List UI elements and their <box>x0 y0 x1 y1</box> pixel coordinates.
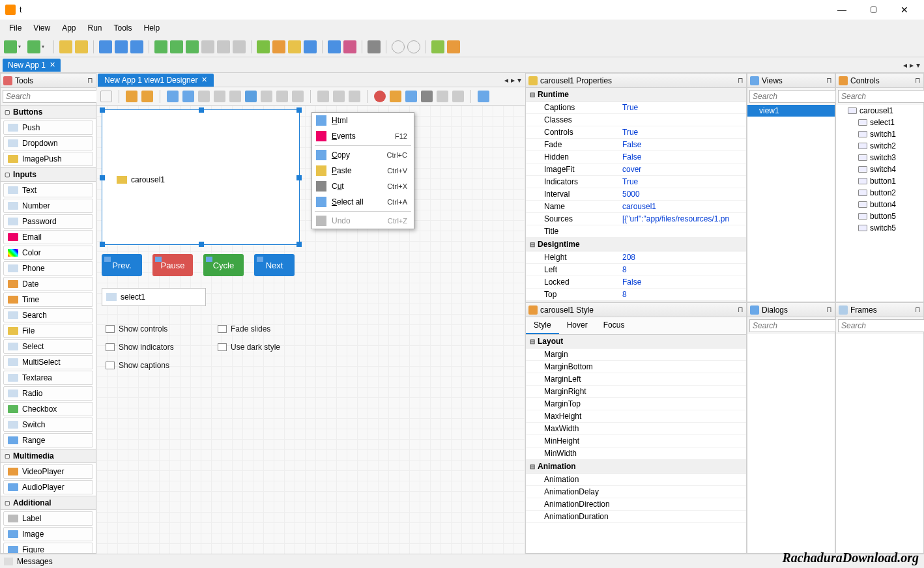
property-row[interactable]: Classes <box>526 114 746 126</box>
context-menu-item[interactable]: EventsF12 <box>312 128 414 144</box>
style-row[interactable]: MarginTop <box>526 398 746 410</box>
settings-icon[interactable] <box>368 40 381 53</box>
property-row[interactable]: Left8 <box>526 264 746 276</box>
style-row[interactable]: MarginLeft <box>526 373 746 386</box>
grid-icon[interactable] <box>478 91 489 102</box>
tab-next-icon[interactable]: ▸ <box>910 61 914 70</box>
property-row[interactable]: Top8 <box>526 289 746 301</box>
properties-body[interactable]: RuntimeCaptionsTrueClassesControlsTrueFa… <box>526 88 746 302</box>
tool-item[interactable]: VideoPlayer <box>3 464 93 479</box>
delete-icon[interactable] <box>374 91 386 102</box>
property-value[interactable]: True <box>622 177 638 186</box>
property-value[interactable]: True <box>622 103 638 112</box>
globe-icon[interactable] <box>328 40 341 53</box>
property-value[interactable]: carousel1 <box>622 202 656 211</box>
designer-tab[interactable]: New App 1 view1 Designer ✕ <box>98 74 214 87</box>
property-row[interactable]: IndicatorsTrue <box>526 176 746 188</box>
controls-search-input[interactable] <box>838 90 924 103</box>
tool-item[interactable]: Color <box>3 246 93 260</box>
tab-menu-icon[interactable]: ▾ <box>916 61 920 70</box>
tool-item[interactable]: Image <box>3 527 93 541</box>
menu-file[interactable]: File <box>4 21 27 35</box>
tree-item[interactable]: switch3 <box>836 152 923 163</box>
property-row[interactable]: LockedFalse <box>526 276 746 289</box>
tool-item[interactable]: Radio <box>3 386 93 401</box>
tree-item-view1[interactable]: view1 <box>747 105 835 117</box>
save-as-icon[interactable] <box>130 40 143 53</box>
tool-item[interactable]: Dropdown <box>3 136 93 150</box>
app-tab[interactable]: New App 1 ✕ <box>3 59 61 72</box>
select-widget[interactable]: select1 <box>102 288 206 306</box>
tool-item[interactable]: Email <box>3 230 93 244</box>
tool-item[interactable]: Time <box>3 292 93 307</box>
property-row[interactable]: CaptionsTrue <box>526 102 746 114</box>
canvas-button[interactable]: Cycle <box>203 254 244 276</box>
cut-icon[interactable] <box>421 91 433 102</box>
context-menu-item[interactable]: CopyCtrl+C <box>312 147 414 163</box>
property-row[interactable]: HiddenFalse <box>526 151 746 163</box>
align1-icon[interactable] <box>198 91 210 102</box>
context-menu-item[interactable]: Html <box>312 113 414 128</box>
property-row[interactable]: Title <box>526 225 746 238</box>
dialogs-search-input[interactable] <box>749 319 837 332</box>
copy-icon[interactable] <box>167 91 179 102</box>
property-row[interactable]: Namecarousel1 <box>526 201 746 213</box>
style-group[interactable]: Animation <box>526 460 746 474</box>
align2-icon[interactable] <box>214 91 225 102</box>
canvas-button[interactable]: Next <box>254 254 295 276</box>
build-icon[interactable] <box>272 40 285 53</box>
property-row[interactable]: Interval5000 <box>526 188 746 201</box>
style-row[interactable]: MaxHeight <box>526 410 746 423</box>
tool-item[interactable]: Date <box>3 277 93 291</box>
style-row[interactable]: Margin <box>526 348 746 361</box>
minimize-button[interactable]: — <box>833 5 851 15</box>
tool-item[interactable]: Search <box>3 308 93 322</box>
tool-item[interactable]: Range <box>3 433 93 447</box>
maximize-button[interactable]: ▢ <box>864 5 882 15</box>
tree-item[interactable]: select1 <box>836 117 923 128</box>
menu-view[interactable]: View <box>28 21 55 35</box>
tree-item[interactable]: switch4 <box>836 163 923 175</box>
style-row[interactable]: AnimationDirection <box>526 498 746 511</box>
switch-widget[interactable]: Fade slides <box>218 324 280 334</box>
tools-category[interactable]: Buttons <box>1 105 96 119</box>
tree-item[interactable]: carousel1 <box>836 105 923 117</box>
tree-item[interactable]: button4 <box>836 199 923 210</box>
style-row[interactable]: MinWidth <box>526 447 746 460</box>
tool-item[interactable]: Switch <box>3 418 93 432</box>
property-row[interactable]: FadeFalse <box>526 139 746 151</box>
new-drop-icon[interactable]: ▾ <box>18 44 25 50</box>
open-recent-icon[interactable] <box>75 40 88 53</box>
context-menu-item[interactable]: PasteCtrl+V <box>312 163 414 178</box>
play-icon[interactable] <box>392 40 405 53</box>
property-row[interactable]: Sources[{"url":"app/files/resources/1.pn <box>526 213 746 225</box>
run-icon[interactable] <box>257 40 270 53</box>
property-value[interactable]: 8 <box>622 265 627 274</box>
property-value[interactable]: False <box>622 277 641 287</box>
style-row[interactable]: AnimationDuration <box>526 511 746 523</box>
save-all-icon[interactable] <box>115 40 128 53</box>
paste-icon[interactable] <box>182 91 194 102</box>
add3-icon[interactable] <box>186 40 199 53</box>
style-row[interactable]: AnimationDelay <box>526 486 746 498</box>
pin-icon[interactable]: ⊓ <box>915 76 921 85</box>
tab-style[interactable]: Style <box>526 317 559 334</box>
new2-icon[interactable] <box>27 40 40 53</box>
window-icon[interactable] <box>304 40 317 53</box>
tree-item[interactable]: button1 <box>836 175 923 187</box>
pin-icon[interactable]: ⊓ <box>826 305 832 314</box>
designer-menu-icon[interactable]: ▾ <box>517 76 521 85</box>
close-button[interactable]: ✕ <box>895 5 914 15</box>
tool-item[interactable]: Checkbox <box>3 402 93 416</box>
tool-item[interactable]: Label <box>3 511 93 526</box>
tool-item[interactable]: Push <box>3 121 93 135</box>
tab-hover[interactable]: Hover <box>559 317 596 334</box>
folder-icon[interactable] <box>288 40 301 53</box>
carousel-widget[interactable]: carousel1 <box>102 109 300 245</box>
tool-item[interactable]: Number <box>3 199 93 213</box>
views-tree[interactable]: view1 <box>747 105 835 302</box>
save-icon[interactable] <box>99 40 112 53</box>
status-messages[interactable]: Messages <box>17 557 53 566</box>
menu-run[interactable]: Run <box>83 21 108 35</box>
property-group[interactable]: Runtime <box>526 88 746 102</box>
